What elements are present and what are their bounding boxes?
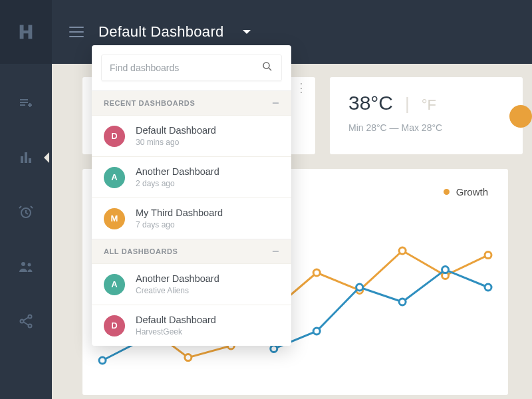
all-dashboards-label: ALL DASHBOARDS (104, 247, 178, 255)
svg-point-8 (185, 354, 192, 361)
dashboard-item-subtitle: 30 mins ago (136, 138, 216, 147)
dashboard-item-subtitle: 2 days ago (136, 179, 219, 188)
dashboard-item-title: My Third Dashboard (136, 207, 223, 218)
legend-label-growth: Growth (456, 186, 488, 198)
weather-icon (509, 105, 532, 128)
svg-point-20 (271, 345, 277, 352)
dashboard-item-title: Another Dashboard (136, 273, 219, 284)
dashboard-item-subtitle: 7 days ago (136, 220, 223, 229)
temperature-card: 38°C | °F Min 28°C — Max 28°C (330, 77, 523, 154)
temperature-fahrenheit: °F (422, 96, 436, 114)
svg-point-22 (356, 284, 363, 291)
nav-rail (0, 0, 52, 399)
temperature-separator: | (405, 94, 410, 114)
dashboard-list-item[interactable]: AAnother DashboardCreative Aliens (92, 263, 291, 305)
svg-point-25 (485, 284, 491, 291)
dashboard-item-subtitle: HarvestGeek (136, 327, 216, 336)
dashboard-list-item[interactable]: DDefault Dashboard30 mins ago (92, 115, 291, 156)
brand-logo (0, 0, 52, 64)
card-menu-icon[interactable]: ⋮ (295, 86, 307, 89)
svg-point-21 (313, 328, 320, 334)
dashboard-item-title: Another Dashboard (136, 166, 219, 177)
menu-icon[interactable] (69, 27, 84, 37)
temperature-celsius: 38°C (348, 92, 393, 114)
dashboard-dropdown-caret[interactable] (243, 30, 251, 38)
svg-point-16 (99, 357, 106, 364)
dashboard-list-item[interactable]: DDefault DashboardHarvestGeek (92, 305, 291, 346)
dashboard-dropdown: RECENT DASHBOARDS − DDefault Dashboard30… (92, 45, 291, 346)
temperature-range: Min 28°C — Max 28°C (348, 122, 504, 133)
dashboard-list-item[interactable]: MMy Third Dashboard7 days ago (92, 198, 291, 239)
nav-people-icon[interactable] (17, 258, 35, 275)
collapse-icon[interactable]: − (272, 100, 279, 106)
dashboard-item-subtitle: Creative Aliens (136, 286, 219, 295)
dashboard-item-title: Default Dashboard (136, 125, 216, 136)
dashboard-list-item[interactable]: AAnother Dashboard2 days ago (92, 156, 291, 198)
chart-legend: Growth (444, 186, 488, 198)
svg-point-15 (485, 252, 491, 259)
search-icon[interactable] (261, 61, 273, 75)
avatar: A (104, 167, 125, 188)
svg-point-24 (442, 267, 449, 273)
all-dashboards-header: ALL DASHBOARDS − (92, 239, 291, 263)
avatar: A (104, 274, 125, 295)
recent-dashboards-label: RECENT DASHBOARDS (104, 99, 195, 107)
svg-point-13 (399, 247, 406, 254)
avatar: D (104, 315, 125, 336)
dashboard-title: Default Dashboard (98, 23, 224, 41)
svg-point-23 (399, 299, 406, 305)
nav-alarm-icon[interactable] (17, 203, 35, 221)
avatar: M (104, 208, 125, 229)
dashboard-search[interactable] (101, 55, 282, 81)
nav-bar-chart-icon[interactable] (17, 149, 35, 166)
dashboard-search-input[interactable] (110, 63, 261, 73)
svg-point-11 (313, 269, 320, 276)
svg-point-26 (263, 63, 269, 68)
legend-dot-growth (444, 189, 450, 195)
dashboard-item-title: Default Dashboard (136, 315, 216, 325)
svg-point-1 (21, 262, 25, 266)
collapse-icon[interactable]: − (272, 248, 279, 255)
svg-point-2 (28, 263, 31, 267)
avatar: D (104, 126, 125, 147)
recent-dashboards-header: RECENT DASHBOARDS − (92, 90, 291, 115)
nav-share-icon[interactable] (17, 313, 35, 330)
nav-playlist-add-icon[interactable] (17, 94, 35, 112)
